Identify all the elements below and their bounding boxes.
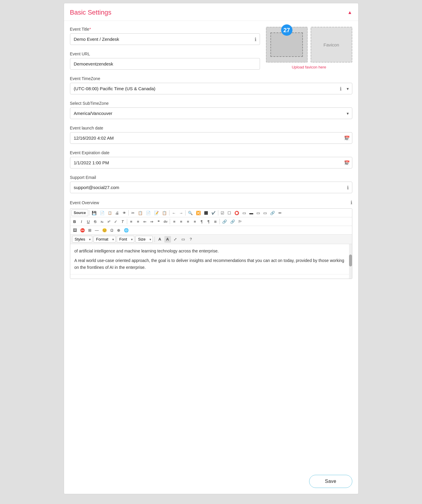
unlink-button[interactable]: 🔗 [229,218,236,225]
outdent-button[interactable]: ⇐ [142,218,148,225]
overview-info-icon[interactable]: ℹ [351,200,352,205]
event-logo-box[interactable]: 27 [266,27,308,63]
paste-text-button[interactable]: 📝 [152,210,160,216]
timezone-select[interactable]: (UTC-08:00) Pacific Time (US & Canada) [70,83,352,94]
iframe-button[interactable]: 🌐 [122,227,130,233]
styles-format-row: Styles Format Font [70,235,352,244]
align-right-button[interactable]: ≡ [185,218,191,225]
show-blocks-button[interactable]: ¶ [205,218,212,225]
editor-content-area: of artificial intelligence and machine l… [70,244,352,279]
table-button[interactable]: ⊞ [87,227,93,233]
font-select[interactable]: Font [117,236,134,243]
italic-button[interactable]: I [78,218,85,225]
support-email-input[interactable] [70,182,352,193]
toolbar-row-3: 🖼 ⛔ ⊞ — 😊 Ω ⊕ 🌐 [70,226,352,235]
size-select[interactable]: Size [136,236,153,243]
blockquote-button[interactable]: ❝ [155,218,162,225]
new-doc-button[interactable]: 📄 [98,210,106,216]
bold-button[interactable]: B [71,218,78,225]
align-left-button[interactable]: ≡ [171,218,177,225]
event-title-info-icon[interactable]: ℹ [255,36,256,42]
print-button[interactable]: 🖨 [114,210,121,216]
subtimezone-select[interactable]: America/Vancouver [70,107,352,119]
hidden-field-button[interactable]: ▭ [255,210,261,216]
pagebreak-button[interactable]: ⊕ [116,227,122,233]
event-url-input[interactable] [70,58,260,70]
toolbar-sep-8 [219,219,220,224]
anchor-button[interactable]: 🏳 [237,218,244,225]
hline-button[interactable]: — [94,227,100,233]
edit-button-form[interactable]: ✏ [277,210,283,216]
redo-button[interactable]: → [177,210,184,216]
cut-button[interactable]: ✂ [130,210,136,216]
replace-button[interactable]: 🔀 [194,210,202,216]
fullscreen-button[interactable]: ⤢ [172,236,179,243]
underline-button[interactable]: U [85,218,92,225]
toolbar-sep-2 [128,210,129,216]
checkbox-button[interactable]: ☑ [219,210,226,216]
emoji-button[interactable]: 😊 [101,227,108,233]
launch-date-input[interactable] [70,132,352,144]
ordered-list-button[interactable]: ≡ [128,218,135,225]
link-button[interactable]: 🔗 [221,218,228,225]
logo-badge: 27 [281,24,292,36]
upload-favicon-link[interactable]: Upload favicon here [292,65,326,69]
image-button-form[interactable]: ▭ [262,210,268,216]
div-button[interactable]: div [162,218,169,225]
bg-color-button[interactable]: A [164,236,171,243]
expiration-date-info-icon[interactable]: ℹ [345,160,346,166]
overview-header: Event Overview ℹ [70,200,352,205]
flash-button[interactable]: ⛔ [79,227,86,233]
find-button[interactable]: 🔍 [186,210,194,216]
maximize-button[interactable]: ▭ [180,236,186,243]
image-upload-section: 27 Favicon Upload favicon here [266,27,352,69]
subscript-button[interactable]: x₂ [99,218,105,225]
toolbar-sep-4 [185,210,186,216]
template-button[interactable]: 📋 [106,210,113,216]
favicon-box[interactable]: Favicon [311,27,352,63]
indent-button[interactable]: ⇒ [149,218,155,225]
timezone-info-icon[interactable]: ℹ [340,86,342,91]
expiration-date-input[interactable] [70,157,352,168]
support-email-label: Support Email [70,175,352,180]
select-field-button[interactable]: ⭕ [233,210,241,216]
spellcheck-button[interactable]: ✔️ [210,210,217,216]
event-title-row: Event Title* ℹ [70,27,260,45]
styles-select[interactable]: Styles [72,236,92,243]
collapse-icon[interactable]: ▲ [348,10,352,15]
text-field-button[interactable]: ▭ [241,210,247,216]
font-color-button[interactable]: A [157,236,163,243]
preview-button[interactable]: 👁 [121,210,127,216]
paragraph-button[interactable]: ¶ [198,218,205,225]
superscript-button[interactable]: x² [106,218,112,225]
remove-format-button[interactable]: ✓ [113,218,119,225]
save-button[interactable]: Save [309,475,352,488]
editor-scrollbar-thumb[interactable] [349,255,352,266]
save-doc-button[interactable]: 💾 [90,210,98,216]
special-char-button[interactable]: Ω [109,227,115,233]
strikethrough-button[interactable]: S [92,218,99,225]
help-button[interactable]: ? [188,236,194,243]
support-email-info-icon[interactable]: ℹ [347,185,349,190]
main-panel: Basic Settings ▲ Event Title* ℹ Even [64,3,359,494]
text-area-button[interactable]: ▬ [248,210,255,216]
unordered-list-button[interactable]: ≡ [135,218,141,225]
select-all-button[interactable]: ⬛ [203,210,210,216]
clear-format-button[interactable]: T [119,218,126,225]
copy-button[interactable]: 📋 [136,210,144,216]
radio-button[interactable]: ☐ [226,210,233,216]
link-button-form[interactable]: 🔗 [269,210,276,216]
image-button[interactable]: 🖼 [71,227,78,233]
launch-date-row: Event launch date ℹ 📅 [70,126,352,144]
event-title-input[interactable] [70,33,260,45]
editor-textarea[interactable]: of artificial intelligence and machine l… [70,244,352,274]
format-select[interactable]: Format [94,236,116,243]
align-center-button[interactable]: ≡ [178,218,184,225]
paste-word-button[interactable]: 📋 [161,210,168,216]
bidi-button[interactable]: ⊞ [212,218,219,225]
align-justify-button[interactable]: ≡ [191,218,198,225]
source-button[interactable]: Source [71,210,88,216]
launch-date-info-icon[interactable]: ℹ [345,135,346,141]
paste-button[interactable]: 📄 [144,210,152,216]
undo-button[interactable]: ← [170,210,177,216]
